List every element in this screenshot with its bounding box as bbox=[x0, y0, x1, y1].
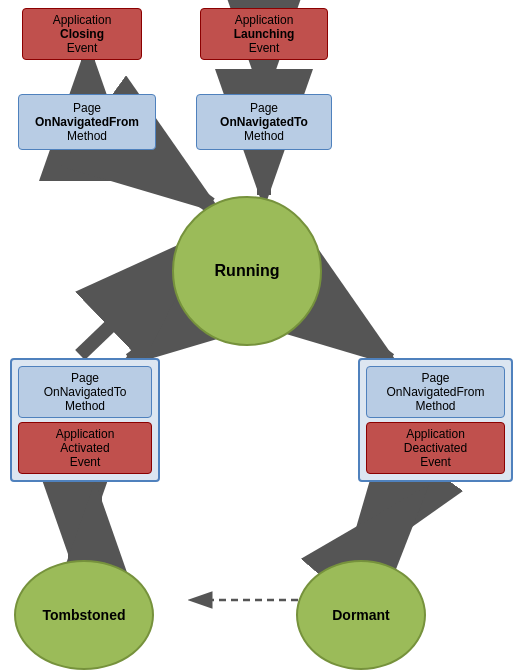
nav-from-top-l1: Page bbox=[73, 101, 101, 115]
right-method-l3: Method bbox=[415, 399, 455, 413]
dormant-label: Dormant bbox=[332, 607, 390, 623]
nav-to-top-l3: Method bbox=[244, 129, 284, 143]
left-method-l1: Page bbox=[71, 371, 99, 385]
closing-event-line1: Application bbox=[53, 13, 112, 27]
navigated-to-top-box: Page OnNavigatedTo Method bbox=[196, 94, 332, 150]
left-method-l2: OnNavigatedTo bbox=[44, 385, 127, 399]
launching-event-line1: Application bbox=[235, 13, 294, 27]
right-event-l2: Deactivated bbox=[404, 441, 467, 455]
nav-from-top-l2: OnNavigatedFrom bbox=[35, 115, 139, 129]
nav-to-top-l1: Page bbox=[250, 101, 278, 115]
left-event-box: Application Activated Event bbox=[18, 422, 152, 474]
right-event-l1: Application bbox=[406, 427, 465, 441]
right-event-l3: Event bbox=[420, 455, 451, 469]
left-group: Page OnNavigatedTo Method Application Ac… bbox=[10, 358, 160, 482]
launching-event-line2: Launching bbox=[234, 27, 295, 41]
launching-event-box: Application Launching Event bbox=[200, 8, 328, 60]
nav-from-top-l3: Method bbox=[67, 129, 107, 143]
right-event-box: Application Deactivated Event bbox=[366, 422, 505, 474]
navigated-from-top-box: Page OnNavigatedFrom Method bbox=[18, 94, 156, 150]
left-event-l2: Activated bbox=[60, 441, 109, 455]
lifecycle-diagram: Application Closing Event Application La… bbox=[0, 0, 528, 672]
closing-event-box: Application Closing Event bbox=[22, 8, 142, 60]
right-group: Page OnNavigatedFrom Method Application … bbox=[358, 358, 513, 482]
running-circle: Running bbox=[172, 196, 322, 346]
closing-event-line3: Event bbox=[67, 41, 98, 55]
launching-event-line3: Event bbox=[249, 41, 280, 55]
nav-to-top-l2: OnNavigatedTo bbox=[220, 115, 308, 129]
tombstoned-label: Tombstoned bbox=[43, 607, 126, 623]
dormant-circle: Dormant bbox=[296, 560, 426, 670]
left-event-l3: Event bbox=[70, 455, 101, 469]
left-method-l3: Method bbox=[65, 399, 105, 413]
right-method-l1: Page bbox=[421, 371, 449, 385]
closing-event-line2: Closing bbox=[60, 27, 104, 41]
running-label: Running bbox=[215, 262, 280, 280]
svg-line-14 bbox=[360, 495, 420, 565]
right-method-l2: OnNavigatedFrom bbox=[386, 385, 484, 399]
right-method-box: Page OnNavigatedFrom Method bbox=[366, 366, 505, 418]
left-method-box: Page OnNavigatedTo Method bbox=[18, 366, 152, 418]
svg-line-12 bbox=[350, 495, 400, 565]
left-event-l1: Application bbox=[56, 427, 115, 441]
tombstoned-circle: Tombstoned bbox=[14, 560, 154, 670]
